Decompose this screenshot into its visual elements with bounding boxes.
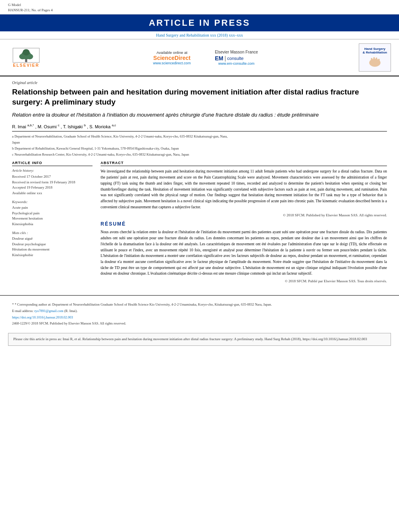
elsevier-tree-icon (12, 47, 40, 63)
em-consulte-block: Elsevier Masson France EM | consulte www… (215, 50, 258, 66)
affiliation-a2: Japan (12, 140, 387, 145)
affiliation-a: a Department of Neurorehabilitation, Gra… (12, 134, 387, 139)
hand-icon (367, 55, 383, 68)
issn-text: 2468-1229/© 2018 SFCM. Published by Else… (12, 321, 126, 325)
affiliation-b: b Department of Rehabilitation, Kawachi … (12, 146, 387, 151)
em-consulte-text: consulte (227, 56, 244, 61)
header-center: Available online at ScienceDirect www.sc… (52, 50, 359, 66)
pipe-separator: | (224, 55, 226, 62)
em-consulte-logo: EM | consulte (215, 55, 258, 62)
received-date: Received 17 October 2017 (12, 174, 93, 180)
article-in-press-bar: ARTICLE IN PRESS (0, 14, 399, 31)
keyword-3: Movement hesitation (12, 216, 93, 222)
author-separator3: , S. Morioka (87, 124, 112, 129)
mots-cles-label: Mots clés : (12, 231, 93, 235)
subtitle-french: Relation entre la douleur et l'hésitatio… (12, 111, 387, 119)
email-label: E-mail address: (12, 309, 33, 313)
abstract-text: We investigated the relationship between… (101, 168, 387, 210)
mk-2: Douleur psychologique (12, 242, 93, 247)
mk-3: Hésitation du mouvement (12, 247, 93, 253)
handsurgery-label: Hand Surgery& Rehabilitation (363, 47, 387, 54)
corresponding-author: * * Corresponding author at: Department … (12, 302, 387, 307)
affiliation-c: c Neurorehabilitation Research Center, K… (12, 152, 387, 157)
page-wrapper: G Model HANSUR-211; No. of Pages 4 ARTIC… (0, 0, 399, 532)
accepted-date: Accepted 19 February 2018 (12, 185, 93, 191)
journal-name: Hand Surgery and Rehabilitation xxx (201… (156, 33, 243, 37)
top-banner: G Model HANSUR-211; No. of Pages 4 (0, 0, 399, 14)
em-brand-text: EM (215, 55, 223, 62)
gmodel-info: G Model HANSUR-211; No. of Pages 4 (8, 2, 53, 12)
cite-text: Please cite this article in press as: Im… (13, 337, 367, 341)
svg-point-4 (23, 49, 29, 56)
affil-b-text: b Department of Rehabilitation, Kawachi … (12, 146, 179, 151)
keyword-2: Psychological pain (12, 211, 93, 216)
header-logos: ELSEVIER Available online at ScienceDire… (0, 39, 399, 76)
hansur-label: HANSUR-211; No. of Pages 4 (8, 8, 53, 13)
main-title: Relationship between pain and hesitation… (12, 87, 387, 107)
article-info-heading: ARTICLE INFO (12, 161, 93, 166)
svg-rect-8 (373, 57, 375, 64)
svg-rect-7 (371, 58, 372, 64)
keyword-1: Acute pain (12, 205, 93, 211)
handsurgery-logo: Hand Surgery& Rehabilitation (359, 43, 391, 72)
mk-1: Douleur aiguë (12, 236, 93, 242)
sup-a: a,b, (27, 123, 33, 127)
doi-link[interactable]: https://doi.org/10.1016/j.hansur.2018.02… (12, 315, 73, 319)
sciencedirect-url: www.sciencedirect.com (153, 61, 191, 65)
right-column: ABSTRACT We investigated the relationshi… (101, 161, 387, 287)
received-revised-date: Received in revised form 19 February 201… (12, 180, 93, 185)
keywords-section: Keywords: Acute pain Psychological pain … (12, 200, 93, 227)
resume-copyright: © 2018 SFCM. Publié par Elsevier Masson … (101, 279, 387, 283)
mots-cles-section: Mots clés : Douleur aiguë Douleur psycho… (12, 231, 93, 258)
author-separator1: , M. Osumi (35, 124, 58, 129)
journal-line: Hand Surgery and Rehabilitation xxx (201… (0, 31, 399, 39)
original-article-label: Original article (12, 80, 387, 85)
g-model-label: G Model (8, 2, 53, 8)
author-separator2: , T. Ishigaki (61, 124, 84, 129)
email-address: ryo7891@gmail.com (34, 309, 63, 313)
divider (0, 295, 399, 296)
affiliations: a Department of Neurorehabilitation, Gra… (12, 131, 387, 157)
elsevier-masson-text: Elsevier Masson France (215, 50, 258, 54)
available-online-text: Available online at (156, 50, 187, 55)
em-url-text: www.em-consulte.com (215, 62, 258, 66)
svg-rect-9 (376, 58, 377, 64)
mk-4: Kinésiophobie (12, 253, 93, 258)
corresponding-text: * Corresponding author at: Department of… (14, 302, 272, 306)
email-footnote: E-mail address: ryo7891@gmail.com (R. Im… (12, 308, 387, 314)
affil-c-text: c Neurorehabilitation Research Center, K… (12, 152, 189, 157)
main-content: Original article Relationship between pa… (0, 76, 399, 291)
sciencedirect-name: ScienceDirect (153, 55, 191, 61)
elsevier-logo-img: ELSEVIER (8, 47, 44, 68)
abstract-copyright: © 2018 SFCM. Published by Elsevier Masso… (101, 213, 387, 217)
affil-a2-text: Japan (12, 140, 20, 145)
sup-b: b (84, 123, 86, 127)
issn-line: 2468-1229/© 2018 SFCM. Published by Else… (12, 321, 387, 326)
footnotes-section: * * Corresponding author at: Department … (0, 300, 399, 330)
email-suffix: (R. Imai). (64, 309, 78, 313)
doi-line: https://doi.org/10.1016/j.hansur.2018.02… (12, 315, 387, 320)
sup-star: * (33, 123, 34, 127)
available-online: Available online xxx (12, 191, 93, 196)
article-history-label: Article history: (12, 168, 93, 173)
two-column-layout: ARTICLE INFO Article history: Received 1… (12, 161, 387, 287)
sciencedirect-block: Available online at ScienceDirect www.sc… (153, 50, 191, 65)
resume-text: Nous avons cherché la relation entre la … (101, 229, 387, 277)
keywords-label: Keywords: (12, 200, 93, 204)
author-r-imai: R. Imai (12, 124, 27, 129)
authors-line: R. Imai a,b,* , M. Osumi c , T. Ishigaki… (12, 123, 387, 129)
keyword-4: Kinesiophobia (12, 222, 93, 227)
svg-rect-10 (378, 59, 380, 64)
left-column: ARTICLE INFO Article history: Received 1… (12, 161, 93, 287)
sup-c1: c (58, 123, 60, 127)
elsevier-logo: ELSEVIER (8, 47, 52, 68)
article-in-press-text: ARTICLE IN PRESS (149, 18, 250, 28)
abstract-heading: ABSTRACT (101, 161, 387, 166)
cite-box: Please cite this article in press as: Im… (8, 333, 391, 346)
affil-a-text: a Department of Neurorehabilitation, Gra… (12, 134, 228, 139)
resume-heading: RÉSUMÉ (101, 221, 387, 227)
elsevier-wordmark: ELSEVIER (13, 63, 39, 68)
sup-ac: a,c (112, 123, 116, 127)
